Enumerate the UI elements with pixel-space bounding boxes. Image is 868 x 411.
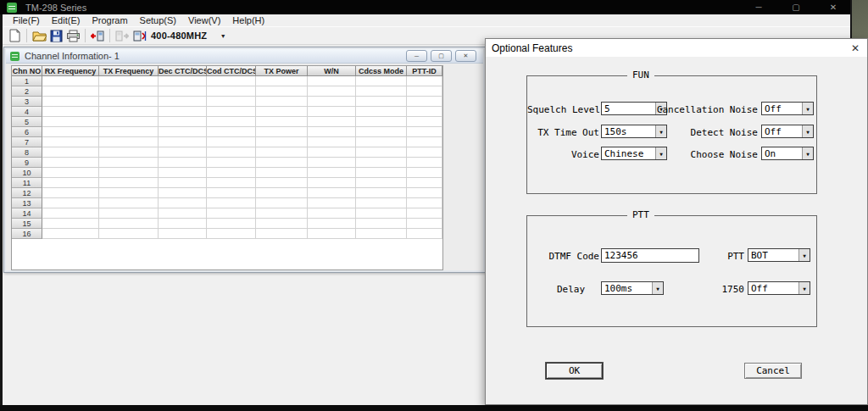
channel-cell[interactable]: [407, 158, 442, 168]
channel-cell[interactable]: [407, 76, 442, 86]
channel-cell[interactable]: [99, 147, 159, 158]
new-file-icon[interactable]: [6, 28, 23, 43]
channel-cell[interactable]: [42, 76, 99, 86]
channel-cell[interactable]: [99, 107, 159, 117]
channel-cell[interactable]: [207, 76, 256, 86]
channel-cell[interactable]: [356, 137, 407, 147]
chevron-down-icon[interactable]: ▼: [798, 282, 810, 294]
channel-cell[interactable]: [42, 219, 99, 229]
channel-cell[interactable]: [356, 208, 407, 219]
chevron-down-icon[interactable]: ▼: [798, 249, 810, 261]
channel-cell[interactable]: [159, 229, 207, 239]
row-number[interactable]: 16: [12, 229, 42, 239]
channel-cell[interactable]: [356, 117, 407, 127]
menu-item-edit-e[interactable]: Edit(E): [46, 15, 86, 25]
channel-cell[interactable]: [159, 137, 207, 147]
channel-cell[interactable]: [356, 127, 407, 137]
minimize-button[interactable]: ─: [740, 0, 777, 14]
channel-cell[interactable]: [99, 76, 159, 86]
child-minimize-button[interactable]: ─: [406, 50, 427, 62]
channel-cell[interactable]: [356, 107, 407, 117]
channel-cell[interactable]: [308, 86, 356, 97]
channel-cell[interactable]: [99, 158, 159, 168]
channel-cell[interactable]: [407, 208, 442, 219]
channel-cell[interactable]: [42, 158, 99, 168]
channel-cell[interactable]: [99, 188, 159, 198]
channel-cell[interactable]: [159, 188, 207, 198]
channel-cell[interactable]: [99, 137, 159, 147]
menu-item-setup-s[interactable]: Setup(S): [134, 15, 182, 25]
channel-cell[interactable]: [42, 137, 99, 147]
channel-cell[interactable]: [308, 178, 356, 188]
row-number[interactable]: 10: [12, 168, 42, 178]
channel-cell[interactable]: [407, 188, 442, 198]
channel-cell[interactable]: [99, 178, 159, 188]
channel-cell[interactable]: [256, 219, 308, 229]
write-to-radio-icon[interactable]: [89, 28, 106, 43]
channel-cell[interactable]: [407, 117, 442, 127]
channel-cell[interactable]: [207, 168, 256, 178]
channel-cell[interactable]: [407, 178, 442, 188]
band-select-icon[interactable]: [131, 28, 147, 43]
channel-cell[interactable]: [256, 76, 308, 86]
print-icon[interactable]: [64, 28, 81, 43]
channel-cell[interactable]: [256, 86, 308, 97]
channel-cell[interactable]: [308, 229, 356, 239]
channel-cell[interactable]: [159, 168, 207, 178]
ok-button[interactable]: OK: [546, 363, 603, 379]
channel-cell[interactable]: [407, 86, 442, 97]
channel-cell[interactable]: [99, 198, 159, 208]
channel-cell[interactable]: [308, 158, 356, 168]
channel-cell[interactable]: [407, 147, 442, 158]
channel-cell[interactable]: [407, 127, 442, 137]
channel-cell[interactable]: [256, 168, 308, 178]
channel-cell[interactable]: [356, 188, 407, 198]
channel-cell[interactable]: [256, 198, 308, 208]
channel-cell[interactable]: [159, 127, 207, 137]
channel-cell[interactable]: [207, 117, 256, 127]
channel-cell[interactable]: [407, 107, 442, 117]
row-number[interactable]: 11: [12, 178, 42, 188]
chevron-down-icon[interactable]: ▼: [217, 33, 229, 39]
channel-cell[interactable]: [256, 178, 308, 188]
channel-cell[interactable]: [159, 117, 207, 127]
choose-noise-combo[interactable]: On▼: [761, 147, 814, 160]
row-number[interactable]: 15: [12, 219, 42, 229]
channel-cell[interactable]: [256, 97, 308, 107]
channel-cell[interactable]: [42, 178, 99, 188]
channel-cell[interactable]: [356, 178, 407, 188]
channel-cell[interactable]: [159, 198, 207, 208]
channel-cell[interactable]: [356, 198, 407, 208]
channel-cell[interactable]: [42, 117, 99, 127]
open-file-icon[interactable]: [31, 28, 47, 43]
channel-cell[interactable]: [407, 219, 442, 229]
channel-cell[interactable]: [99, 168, 159, 178]
channel-cell[interactable]: [256, 107, 308, 117]
channel-cell[interactable]: [308, 107, 356, 117]
channel-cell[interactable]: [42, 208, 99, 219]
channel-cell[interactable]: [356, 86, 407, 97]
channel-cell[interactable]: [407, 168, 442, 178]
channel-cell[interactable]: [42, 107, 99, 117]
channel-cell[interactable]: [207, 198, 256, 208]
row-number[interactable]: 1: [12, 76, 42, 86]
channel-cell[interactable]: [407, 137, 442, 147]
row-number[interactable]: 9: [12, 158, 42, 168]
row-number[interactable]: 3: [12, 97, 42, 107]
channel-cell[interactable]: [99, 208, 159, 219]
channel-cell[interactable]: [159, 158, 207, 168]
channel-cell[interactable]: [308, 76, 356, 86]
channel-cell[interactable]: [256, 208, 308, 219]
channel-cell[interactable]: [308, 147, 356, 158]
channel-cell[interactable]: [256, 229, 308, 239]
channel-cell[interactable]: [207, 107, 256, 117]
channel-cell[interactable]: [207, 188, 256, 198]
row-number[interactable]: 7: [12, 137, 42, 147]
cancellation-noise-combo[interactable]: Off▼: [761, 102, 814, 115]
channel-cell[interactable]: [356, 219, 407, 229]
channel-cell[interactable]: [99, 86, 159, 97]
cancel-button[interactable]: Cancel: [744, 363, 802, 379]
chevron-down-icon[interactable]: ▼: [802, 103, 813, 114]
channel-cell[interactable]: [356, 168, 407, 178]
channel-cell[interactable]: [407, 97, 442, 107]
